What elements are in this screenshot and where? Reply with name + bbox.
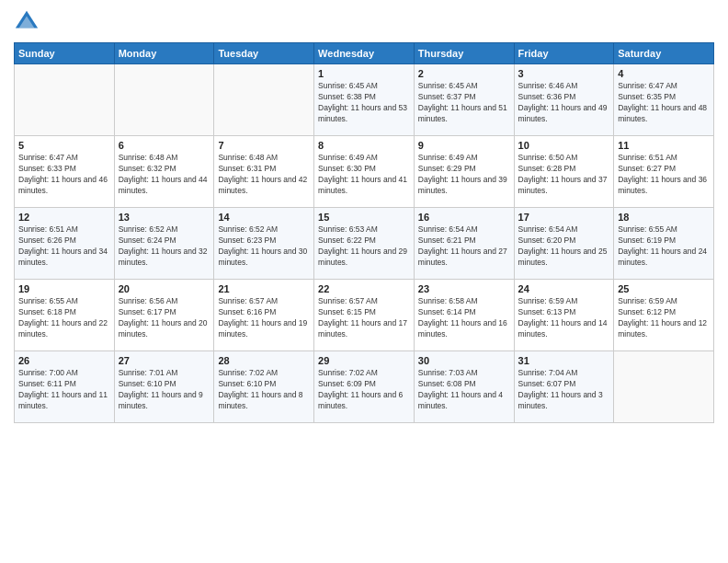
day-cell: 23Sunrise: 6:58 AMSunset: 6:14 PMDayligh… — [414, 280, 514, 351]
day-number: 15 — [318, 212, 410, 223]
day-cell: 4Sunrise: 6:47 AMSunset: 6:35 PMDaylight… — [614, 64, 714, 136]
day-info: Sunrise: 6:48 AMSunset: 6:31 PMDaylight:… — [218, 153, 310, 197]
day-info: Sunrise: 6:54 AMSunset: 6:20 PMDaylight:… — [518, 224, 610, 269]
day-info: Sunrise: 7:04 AMSunset: 6:07 PMDaylight:… — [518, 368, 610, 412]
day-cell: 24Sunrise: 6:59 AMSunset: 6:13 PMDayligh… — [514, 280, 614, 351]
day-cell: 5Sunrise: 6:47 AMSunset: 6:33 PMDaylight… — [15, 136, 115, 208]
day-number: 1 — [318, 68, 410, 79]
day-info: Sunrise: 6:48 AMSunset: 6:32 PMDaylight:… — [119, 153, 210, 197]
day-cell: 2Sunrise: 6:45 AMSunset: 6:37 PMDaylight… — [414, 64, 514, 136]
day-info: Sunrise: 6:53 AMSunset: 6:22 PMDaylight:… — [318, 224, 410, 269]
day-number: 25 — [618, 283, 710, 294]
day-info: Sunrise: 6:49 AMSunset: 6:30 PMDaylight:… — [318, 153, 410, 197]
day-number: 21 — [218, 283, 310, 294]
day-header-thursday: Thursday — [414, 43, 514, 64]
day-cell: 22Sunrise: 6:57 AMSunset: 6:15 PMDayligh… — [314, 280, 415, 351]
day-header-sunday: Sunday — [15, 43, 115, 64]
day-number: 8 — [318, 140, 410, 151]
day-cell: 13Sunrise: 6:52 AMSunset: 6:24 PMDayligh… — [114, 208, 214, 280]
day-header-friday: Friday — [514, 43, 614, 64]
logo — [14, 9, 43, 35]
day-info: Sunrise: 6:47 AMSunset: 6:33 PMDaylight:… — [18, 153, 110, 197]
day-cell: 15Sunrise: 6:53 AMSunset: 6:22 PMDayligh… — [314, 208, 415, 280]
day-cell: 28Sunrise: 7:02 AMSunset: 6:10 PMDayligh… — [214, 351, 314, 423]
calendar-body: 1Sunrise: 6:45 AMSunset: 6:38 PMDaylight… — [15, 64, 714, 423]
day-cell: 10Sunrise: 6:50 AMSunset: 6:28 PMDayligh… — [514, 136, 614, 208]
day-cell: 6Sunrise: 6:48 AMSunset: 6:32 PMDaylight… — [114, 136, 214, 208]
day-cell — [614, 351, 714, 423]
day-cell — [114, 64, 214, 136]
day-info: Sunrise: 7:02 AMSunset: 6:10 PMDaylight:… — [218, 368, 310, 412]
day-cell: 26Sunrise: 7:00 AMSunset: 6:11 PMDayligh… — [15, 351, 115, 423]
day-number: 5 — [18, 140, 110, 151]
day-info: Sunrise: 7:00 AMSunset: 6:11 PMDaylight:… — [18, 368, 110, 412]
day-cell: 30Sunrise: 7:03 AMSunset: 6:08 PMDayligh… — [414, 351, 514, 423]
week-row-1: 5Sunrise: 6:47 AMSunset: 6:33 PMDaylight… — [15, 136, 714, 208]
day-info: Sunrise: 6:52 AMSunset: 6:24 PMDaylight:… — [119, 224, 210, 269]
day-info: Sunrise: 6:59 AMSunset: 6:12 PMDaylight:… — [618, 296, 710, 340]
day-info: Sunrise: 6:46 AMSunset: 6:36 PMDaylight:… — [518, 81, 610, 125]
day-cell: 20Sunrise: 6:56 AMSunset: 6:17 PMDayligh… — [114, 280, 214, 351]
day-number: 17 — [518, 212, 610, 223]
day-number: 7 — [218, 140, 310, 151]
day-number: 12 — [18, 212, 110, 223]
day-header-saturday: Saturday — [614, 43, 714, 64]
day-cell: 1Sunrise: 6:45 AMSunset: 6:38 PMDaylight… — [314, 64, 415, 136]
week-row-3: 19Sunrise: 6:55 AMSunset: 6:18 PMDayligh… — [15, 280, 714, 351]
day-info: Sunrise: 6:57 AMSunset: 6:15 PMDaylight:… — [318, 296, 410, 340]
day-number: 28 — [218, 355, 310, 366]
day-cell: 19Sunrise: 6:55 AMSunset: 6:18 PMDayligh… — [15, 280, 115, 351]
day-number: 30 — [418, 355, 510, 366]
day-number: 23 — [418, 283, 510, 294]
day-info: Sunrise: 6:58 AMSunset: 6:14 PMDaylight:… — [418, 296, 510, 340]
day-info: Sunrise: 6:51 AMSunset: 6:26 PMDaylight:… — [18, 224, 110, 269]
day-cell: 9Sunrise: 6:49 AMSunset: 6:29 PMDaylight… — [414, 136, 514, 208]
day-cell: 27Sunrise: 7:01 AMSunset: 6:10 PMDayligh… — [114, 351, 214, 423]
day-info: Sunrise: 6:45 AMSunset: 6:38 PMDaylight:… — [318, 81, 410, 125]
day-info: Sunrise: 6:52 AMSunset: 6:23 PMDaylight:… — [218, 224, 310, 269]
day-cell — [214, 64, 314, 136]
day-cell: 31Sunrise: 7:04 AMSunset: 6:07 PMDayligh… — [514, 351, 614, 423]
week-row-2: 12Sunrise: 6:51 AMSunset: 6:26 PMDayligh… — [15, 208, 714, 280]
day-number: 27 — [119, 355, 210, 366]
day-number: 14 — [218, 212, 310, 223]
day-header-wednesday: Wednesday — [314, 43, 415, 64]
day-info: Sunrise: 6:56 AMSunset: 6:17 PMDaylight:… — [119, 296, 210, 340]
day-header-tuesday: Tuesday — [214, 43, 314, 64]
calendar: SundayMondayTuesdayWednesdayThursdayFrid… — [14, 42, 714, 423]
day-info: Sunrise: 6:45 AMSunset: 6:37 PMDaylight:… — [418, 81, 510, 125]
day-cell: 16Sunrise: 6:54 AMSunset: 6:21 PMDayligh… — [414, 208, 514, 280]
day-info: Sunrise: 6:55 AMSunset: 6:18 PMDaylight:… — [18, 296, 110, 340]
day-info: Sunrise: 7:02 AMSunset: 6:09 PMDaylight:… — [318, 368, 410, 412]
day-number: 11 — [618, 140, 710, 151]
day-info: Sunrise: 6:59 AMSunset: 6:13 PMDaylight:… — [518, 296, 610, 340]
day-info: Sunrise: 6:57 AMSunset: 6:16 PMDaylight:… — [218, 296, 310, 340]
day-number: 3 — [518, 68, 610, 79]
week-row-4: 26Sunrise: 7:00 AMSunset: 6:11 PMDayligh… — [15, 351, 714, 423]
day-info: Sunrise: 6:54 AMSunset: 6:21 PMDaylight:… — [418, 224, 510, 269]
day-header-row: SundayMondayTuesdayWednesdayThursdayFrid… — [15, 43, 714, 64]
day-number: 10 — [518, 140, 610, 151]
calendar-header: SundayMondayTuesdayWednesdayThursdayFrid… — [15, 43, 714, 64]
day-cell: 21Sunrise: 6:57 AMSunset: 6:16 PMDayligh… — [214, 280, 314, 351]
day-info: Sunrise: 6:51 AMSunset: 6:27 PMDaylight:… — [618, 153, 710, 197]
day-number: 19 — [18, 283, 110, 294]
day-number: 2 — [418, 68, 510, 79]
day-cell: 3Sunrise: 6:46 AMSunset: 6:36 PMDaylight… — [514, 64, 614, 136]
day-cell: 8Sunrise: 6:49 AMSunset: 6:30 PMDaylight… — [314, 136, 415, 208]
day-cell — [15, 64, 115, 136]
week-row-0: 1Sunrise: 6:45 AMSunset: 6:38 PMDaylight… — [15, 64, 714, 136]
day-cell: 18Sunrise: 6:55 AMSunset: 6:19 PMDayligh… — [614, 208, 714, 280]
day-info: Sunrise: 7:03 AMSunset: 6:08 PMDaylight:… — [418, 368, 510, 412]
day-number: 4 — [618, 68, 710, 79]
day-cell: 7Sunrise: 6:48 AMSunset: 6:31 PMDaylight… — [214, 136, 314, 208]
day-info: Sunrise: 6:49 AMSunset: 6:29 PMDaylight:… — [418, 153, 510, 197]
day-header-monday: Monday — [114, 43, 214, 64]
day-cell: 14Sunrise: 6:52 AMSunset: 6:23 PMDayligh… — [214, 208, 314, 280]
day-number: 24 — [518, 283, 610, 294]
day-number: 29 — [318, 355, 410, 366]
day-number: 20 — [119, 283, 210, 294]
day-info: Sunrise: 6:47 AMSunset: 6:35 PMDaylight:… — [618, 81, 710, 125]
day-number: 16 — [418, 212, 510, 223]
day-number: 13 — [119, 212, 210, 223]
